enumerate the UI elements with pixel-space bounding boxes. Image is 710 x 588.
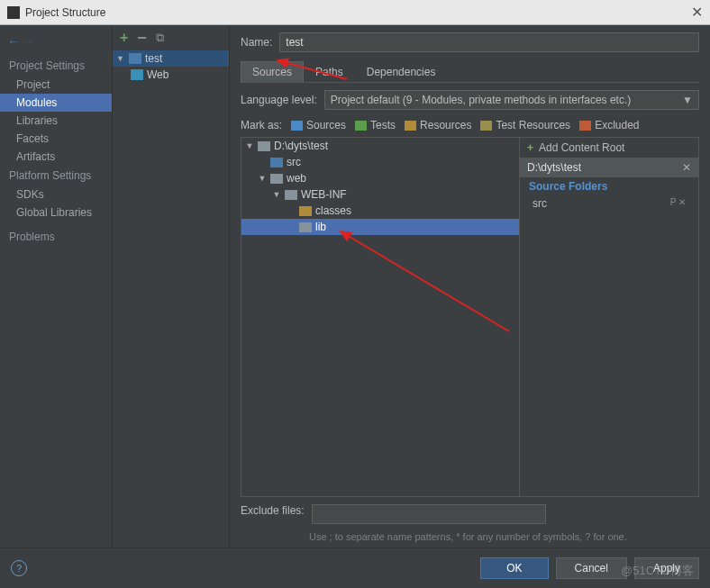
cancel-button[interactable]: Cancel xyxy=(556,557,627,579)
web-icon xyxy=(131,69,143,80)
language-level-label: Language level: xyxy=(241,94,317,106)
content-roots-panel: +Add Content Root D:\dyts\test✕ Source F… xyxy=(520,137,699,497)
facet-label: Web xyxy=(147,68,168,81)
app-icon xyxy=(7,6,20,19)
facet-row-web[interactable]: Web xyxy=(113,67,229,83)
exclude-hint: Use ; to separate name patterns, * for a… xyxy=(241,531,699,547)
tree-item-lib[interactable]: lib xyxy=(241,219,519,235)
module-row-test[interactable]: ▼ test xyxy=(113,50,229,67)
nav-sdks[interactable]: SDKs xyxy=(0,185,112,204)
mark-tests[interactable]: Tests xyxy=(355,119,396,131)
tab-paths[interactable]: Paths xyxy=(304,61,355,82)
folder-icon xyxy=(355,121,367,131)
language-level-select[interactable]: Project default (9 - Modules, private me… xyxy=(324,90,699,110)
chevron-down-icon[interactable]: ▼ xyxy=(258,174,267,183)
folder-icon xyxy=(258,141,270,151)
exclude-files-input[interactable] xyxy=(312,504,546,524)
tree-item-src[interactable]: src xyxy=(241,154,519,170)
source-folder-item[interactable]: srcP ✕ xyxy=(520,195,698,212)
tab-bar: Sources Paths Dependencies xyxy=(241,61,699,83)
help-icon[interactable]: ? xyxy=(11,560,27,576)
tree-item-classes[interactable]: classes xyxy=(241,203,519,219)
nav-global-libraries[interactable]: Global Libraries xyxy=(0,204,112,222)
folder-icon xyxy=(579,121,591,131)
tab-dependencies[interactable]: Dependencies xyxy=(355,61,448,82)
module-label: test xyxy=(145,52,162,65)
mark-sources[interactable]: Sources xyxy=(291,119,346,131)
source-folder-icon xyxy=(270,158,283,167)
module-list: + − ⧉ ▼ test Web xyxy=(113,25,230,547)
folder-icon xyxy=(299,222,312,232)
content-root-row[interactable]: D:\dyts\test✕ xyxy=(520,158,698,177)
tree-item-web[interactable]: ▼web xyxy=(241,170,519,186)
copy-module-icon[interactable]: ⧉ xyxy=(156,31,164,45)
module-name-input[interactable] xyxy=(279,32,699,52)
folder-icon xyxy=(299,206,312,216)
nav-modules[interactable]: Modules xyxy=(0,94,112,112)
directory-tree[interactable]: ▼D:\dyts\test src ▼web ▼WEB-INF classes … xyxy=(241,137,520,497)
mark-excluded[interactable]: Excluded xyxy=(579,119,639,131)
ok-button[interactable]: OK xyxy=(480,557,548,579)
folder-icon xyxy=(270,174,283,184)
section-project-settings: Project Settings xyxy=(0,56,112,76)
remove-module-icon[interactable]: − xyxy=(137,29,147,48)
tree-root[interactable]: ▼D:\dyts\test xyxy=(241,138,519,154)
nav-forward-icon[interactable]: → xyxy=(22,34,34,49)
section-platform-settings: Platform Settings xyxy=(0,166,112,185)
nav-problems[interactable]: Problems xyxy=(0,227,112,247)
close-icon[interactable]: ✕ xyxy=(691,4,703,21)
folder-icon xyxy=(480,121,492,131)
remove-root-icon[interactable]: ✕ xyxy=(682,161,691,174)
add-content-root-button[interactable]: +Add Content Root xyxy=(520,138,698,158)
plus-icon: + xyxy=(527,141,533,154)
nav-artifacts[interactable]: Artifacts xyxy=(0,148,112,166)
language-level-value: Project default (9 - Modules, private me… xyxy=(331,94,632,106)
chevron-down-icon[interactable]: ▼ xyxy=(272,190,281,199)
exclude-files-label: Exclude files: xyxy=(241,504,305,517)
chevron-down-icon[interactable]: ▼ xyxy=(245,141,254,150)
module-icon xyxy=(129,53,141,64)
add-module-icon[interactable]: + xyxy=(120,30,128,46)
tab-sources[interactable]: Sources xyxy=(241,61,304,82)
nav-back-icon[interactable]: ← xyxy=(7,34,20,49)
watermark: @51CTO博客 xyxy=(621,563,694,579)
tree-item-webinf[interactable]: ▼WEB-INF xyxy=(241,186,519,203)
folder-icon xyxy=(405,121,416,131)
nav-libraries[interactable]: Libraries xyxy=(0,112,112,130)
mark-as-label: Mark as: xyxy=(241,119,282,131)
mark-resources[interactable]: Resources xyxy=(405,119,471,131)
name-label: Name: xyxy=(241,36,272,49)
mark-test-resources[interactable]: Test Resources xyxy=(480,119,570,131)
settings-nav: ← → Project Settings Project Modules Lib… xyxy=(0,25,113,547)
nav-project[interactable]: Project xyxy=(0,76,112,94)
source-folders-header: Source Folders xyxy=(520,177,698,195)
folder-icon xyxy=(291,121,303,131)
folder-icon xyxy=(285,190,297,200)
source-folder-actions[interactable]: P ✕ xyxy=(670,197,686,210)
module-editor: Name: Sources Paths Dependencies Languag… xyxy=(230,25,710,547)
content-root-path: D:\dyts\test xyxy=(527,161,581,174)
window-title: Project Structure xyxy=(25,6,691,19)
chevron-down-icon: ▼ xyxy=(682,94,693,106)
chevron-down-icon[interactable]: ▼ xyxy=(116,54,125,63)
nav-facets[interactable]: Facets xyxy=(0,130,112,148)
